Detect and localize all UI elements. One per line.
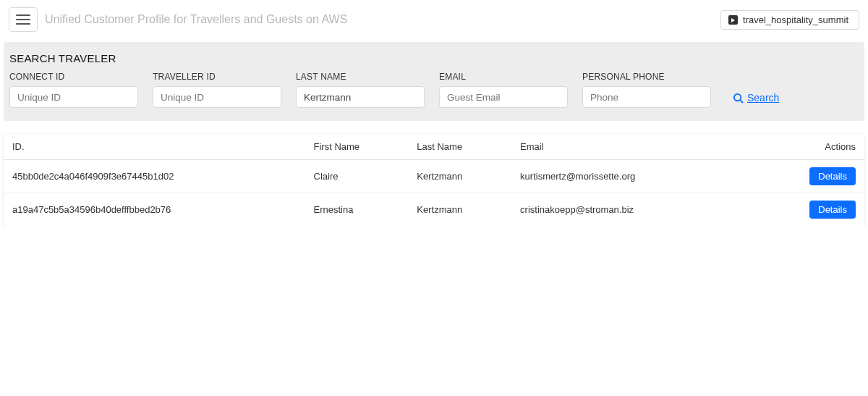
cell-email: cristinakoepp@stroman.biz (511, 193, 752, 227)
svg-line-1 (740, 100, 743, 103)
hamburger-icon (16, 14, 30, 25)
details-button[interactable]: Details (809, 167, 856, 185)
search-icon (733, 93, 744, 104)
domain-selector[interactable]: travel_hospitality_summit (720, 10, 859, 30)
field-email: EMAIL (439, 72, 568, 108)
input-traveller-id[interactable] (153, 86, 281, 108)
cell-first-name: Claire (305, 160, 409, 193)
search-panel-title: SEARCH TRAVELER (9, 52, 859, 64)
topbar: Unified Customer Profile for Travellers … (0, 0, 868, 36)
cell-actions: Details (752, 160, 864, 193)
field-personal-phone: PERSONAL PHONE (582, 72, 711, 108)
table-row: 45bb0de2c4a046f4909f3e67445b1d02 Claire … (4, 160, 864, 193)
field-last-name: LAST NAME (296, 72, 425, 108)
col-first-name: First Name (305, 134, 409, 160)
menu-toggle-button[interactable] (9, 7, 38, 32)
label-email: EMAIL (439, 72, 568, 82)
cell-last-name: Kertzmann (408, 193, 511, 227)
label-last-name: LAST NAME (296, 72, 425, 82)
col-email: Email (511, 134, 752, 160)
cell-email: kurtismertz@morissette.org (511, 160, 752, 193)
results-header-row: ID. First Name Last Name Email Actions (4, 134, 864, 160)
label-traveller-id: TRAVELLER ID (153, 72, 281, 82)
input-connect-id[interactable] (9, 86, 138, 108)
app-title: Unified Customer Profile for Travellers … (45, 13, 713, 26)
cell-id: a19a47c5b5a34596b40defffbbed2b76 (4, 193, 305, 227)
results-table: ID. First Name Last Name Email Actions 4… (4, 134, 864, 226)
label-personal-phone: PERSONAL PHONE (582, 72, 711, 82)
details-button[interactable]: Details (809, 201, 856, 219)
domain-label: travel_hospitality_summit (743, 14, 848, 25)
col-id: ID. (4, 134, 305, 160)
input-personal-phone[interactable] (582, 86, 711, 108)
svg-point-0 (734, 93, 741, 100)
search-fields-row: CONNECT ID TRAVELLER ID LAST NAME EMAIL … (9, 72, 859, 108)
col-last-name: Last Name (408, 134, 511, 160)
search-button[interactable]: Search (733, 92, 779, 108)
field-connect-id: CONNECT ID (9, 72, 138, 108)
col-actions: Actions (752, 134, 864, 160)
search-button-label: Search (747, 92, 779, 104)
cell-id: 45bb0de2c4a046f4909f3e67445b1d02 (4, 160, 305, 193)
input-email[interactable] (439, 86, 568, 108)
field-traveller-id: TRAVELLER ID (153, 72, 281, 108)
cell-actions: Details (752, 193, 864, 227)
label-connect-id: CONNECT ID (9, 72, 138, 82)
search-panel: SEARCH TRAVELER CONNECT ID TRAVELLER ID … (4, 42, 864, 121)
cell-last-name: Kertzmann (408, 160, 511, 193)
results-card: ID. First Name Last Name Email Actions 4… (4, 134, 864, 226)
cell-first-name: Ernestina (305, 193, 409, 227)
table-row: a19a47c5b5a34596b40defffbbed2b76 Ernesti… (4, 193, 864, 227)
input-last-name[interactable] (296, 86, 425, 108)
domain-icon (728, 15, 738, 25)
